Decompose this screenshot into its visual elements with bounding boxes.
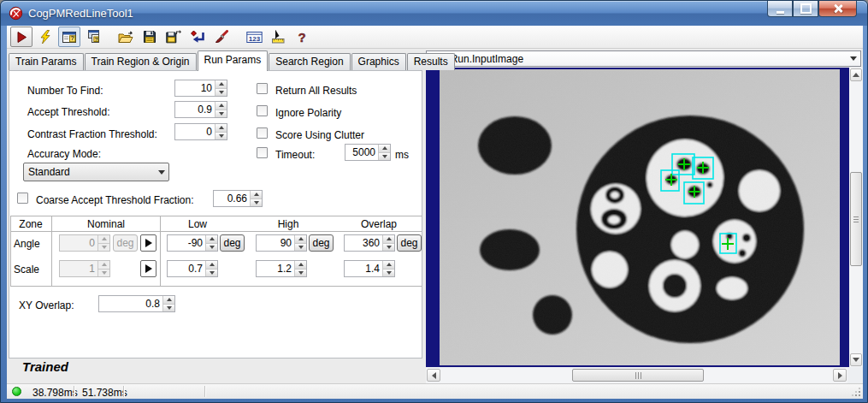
scale-overlap-value: 1.4 <box>345 261 382 276</box>
angle-low-spinner[interactable]: -90 <box>167 234 218 252</box>
scroll-left-button[interactable] <box>427 369 440 382</box>
minimize-button[interactable] <box>767 1 793 17</box>
score-using-clutter-checkbox[interactable] <box>257 127 268 139</box>
help-button[interactable]: ? <box>291 27 313 47</box>
maximize-button[interactable] <box>793 1 818 17</box>
scale-expand-button[interactable] <box>140 260 156 277</box>
spin-down-icon[interactable] <box>215 133 227 140</box>
high-header: High <box>278 218 299 230</box>
spin-up-icon[interactable] <box>382 235 394 244</box>
open-file-button[interactable] <box>115 27 137 47</box>
scroll-right-button[interactable] <box>833 369 847 382</box>
timeout-checkbox[interactable] <box>257 147 268 158</box>
coarse-accept-checkbox[interactable] <box>17 193 28 204</box>
toolbar: ? ? <box>7 26 863 49</box>
tab-graphics[interactable]: Graphics <box>351 53 406 70</box>
spin-up-icon[interactable] <box>215 102 227 110</box>
angle-overlap-deg-button[interactable]: deg <box>397 234 422 252</box>
tab-search-region[interactable]: Search Region <box>269 53 350 70</box>
float-window-button[interactable]: ? <box>82 27 104 47</box>
angle-low-deg-button[interactable]: deg <box>220 234 245 252</box>
graphics-brush-icon <box>215 30 228 44</box>
run-button[interactable] <box>10 27 32 47</box>
tab-run-params[interactable]: Run Params <box>198 50 269 71</box>
spin-down-icon[interactable] <box>215 110 227 118</box>
vertical-scrollbar[interactable] <box>849 68 863 367</box>
spin-up-icon[interactable] <box>215 80 227 89</box>
number-format-icon: 123 <box>246 31 263 44</box>
scroll-down-button[interactable] <box>850 353 862 366</box>
contrast-fraction-spinner[interactable]: 0 <box>174 123 227 140</box>
number-to-find-spinner[interactable]: 10 <box>174 80 227 97</box>
show-current-params-icon: ? <box>62 31 77 44</box>
spin-up-icon[interactable] <box>382 261 394 270</box>
return-all-results-checkbox[interactable] <box>257 83 268 94</box>
thumb-grip-icon <box>853 219 859 220</box>
resize-grip[interactable] <box>852 388 860 396</box>
timeout-spinner[interactable]: 5000 <box>345 144 391 161</box>
tab-results[interactable]: Results <box>407 53 455 70</box>
electric-run-icon <box>38 30 52 44</box>
spin-down-icon[interactable] <box>250 199 262 207</box>
scale-low-value: 0.7 <box>168 261 205 276</box>
coarse-accept-spinner[interactable]: 0.66 <box>213 190 263 207</box>
spin-up-icon[interactable] <box>294 261 306 270</box>
angle-high-deg-button[interactable]: deg <box>309 234 334 252</box>
scale-low-spinner[interactable]: 0.7 <box>167 260 218 277</box>
angle-expand-button[interactable] <box>140 234 156 252</box>
title-bar[interactable]: CogPMRedLineTool1 <box>1 1 867 26</box>
scroll-up-button[interactable] <box>850 68 862 81</box>
electrode-ruler-button[interactable] <box>267 27 289 47</box>
spin-down-icon[interactable] <box>205 244 217 252</box>
spin-down-icon[interactable] <box>382 244 394 252</box>
help-icon: ? <box>296 30 308 44</box>
spin-down-icon[interactable] <box>205 270 217 277</box>
spin-up-icon[interactable] <box>378 145 390 153</box>
scale-high-spinner[interactable]: 1.2 <box>256 260 307 277</box>
tab-train-params[interactable]: Train Params <box>9 53 84 70</box>
image-source-dropdown[interactable]: LastRun.InputImage <box>426 50 861 67</box>
reset-button[interactable] <box>186 27 209 47</box>
show-current-params-button[interactable]: ? <box>58 27 80 47</box>
tab-train-region-origin[interactable]: Train Region & Origin <box>85 53 197 70</box>
spin-up-icon[interactable] <box>294 235 306 244</box>
number-format-button[interactable]: 123 <box>243 27 265 47</box>
angle-overlap-spinner[interactable]: 360 <box>344 234 395 252</box>
input-image[interactable] <box>440 69 840 365</box>
accuracy-mode-label: Accuracy Mode: <box>27 148 101 160</box>
angle-nominal-value: 0 <box>60 235 97 251</box>
spin-down-icon[interactable] <box>215 89 227 97</box>
spin-down-icon[interactable] <box>294 270 306 277</box>
close-button[interactable] <box>818 1 857 17</box>
scale-overlap-spinner[interactable]: 1.4 <box>344 260 395 277</box>
accept-threshold-label: Accept Threshold: <box>27 106 110 118</box>
chevron-down-icon <box>847 56 860 61</box>
scale-nominal-value: 1 <box>60 261 97 276</box>
spin-down-icon[interactable] <box>382 270 394 277</box>
save-button[interactable] <box>139 27 161 47</box>
xy-overlap-spinner[interactable]: 0.8 <box>98 295 175 312</box>
spin-up-icon[interactable] <box>205 235 217 244</box>
number-to-find-value: 10 <box>175 80 215 96</box>
spin-down-icon[interactable] <box>294 244 306 252</box>
spin-up-icon[interactable] <box>215 124 227 133</box>
graphics-brush-button[interactable] <box>210 27 233 47</box>
run-icon <box>15 31 28 44</box>
save-as-button[interactable] <box>162 27 185 47</box>
spin-down-icon[interactable] <box>162 305 174 312</box>
spin-up-icon[interactable] <box>205 261 217 270</box>
angle-high-spinner[interactable]: 90 <box>256 234 307 252</box>
spin-up-icon[interactable] <box>250 191 262 199</box>
accept-threshold-spinner[interactable]: 0.9 <box>174 101 227 118</box>
electric-run-button[interactable] <box>34 27 56 47</box>
horizontal-scrollbar[interactable] <box>426 368 847 383</box>
status-separator <box>123 386 124 397</box>
run-params-page: Number To Find: 10 Accept Threshold: 0.9… <box>9 70 422 359</box>
vertical-scroll-thumb[interactable] <box>850 172 862 266</box>
spin-up-icon[interactable] <box>162 296 174 305</box>
horizontal-scroll-thumb[interactable] <box>572 369 704 382</box>
low-header: Low <box>188 218 207 230</box>
spin-down-icon[interactable] <box>378 153 390 161</box>
accuracy-mode-dropdown[interactable]: Standard <box>23 163 169 181</box>
ignore-polarity-checkbox[interactable] <box>257 105 268 116</box>
